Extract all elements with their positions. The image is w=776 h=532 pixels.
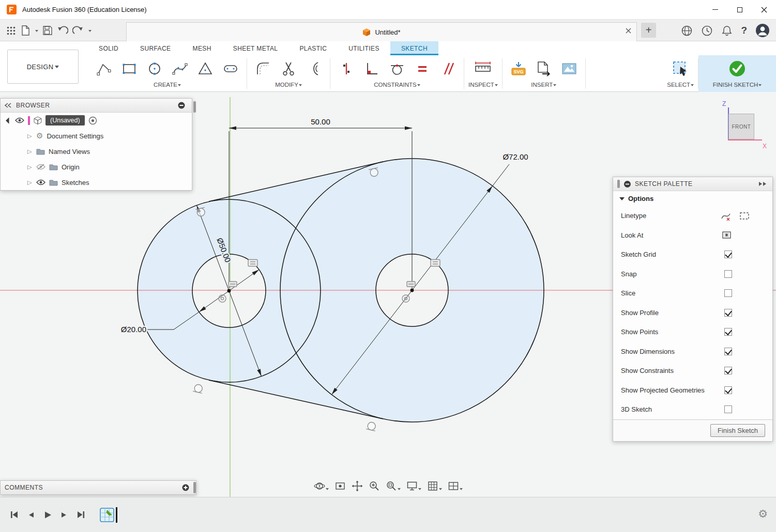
tab-utilities[interactable]: UTILITIES xyxy=(338,41,390,55)
dim-d72-label[interactable]: Ø72.00 xyxy=(503,152,528,161)
show-profile-checkbox[interactable] xyxy=(724,309,732,317)
look-at-icon[interactable] xyxy=(334,480,346,492)
modify-dropdown[interactable]: MODIFY xyxy=(275,82,302,88)
browser-item-document-settings[interactable]: ▷ ⚙ Document Settings xyxy=(1,128,192,144)
constraint-perpendicular-icon[interactable] xyxy=(360,57,384,81)
pan-icon[interactable] xyxy=(352,480,363,492)
user-avatar[interactable] xyxy=(755,23,770,38)
linetype-construction-icon[interactable] xyxy=(721,211,731,221)
viewcube-front-face[interactable]: FRONT xyxy=(728,114,754,139)
viewports-caret-icon[interactable] xyxy=(460,488,463,492)
browser-root-row[interactable]: (Unsaved) xyxy=(1,113,192,128)
create-circle-icon[interactable] xyxy=(143,57,166,81)
help-icon[interactable]: ? xyxy=(741,25,747,36)
palette-collapse-icon[interactable] xyxy=(759,182,768,186)
constraint-equal-icon[interactable] xyxy=(410,57,434,81)
zoom-icon[interactable] xyxy=(369,480,380,492)
3d-sketch-checkbox[interactable] xyxy=(724,405,732,413)
timeline-step-forward-icon[interactable] xyxy=(60,511,68,519)
finish-sketch-button[interactable]: Finish Sketch xyxy=(710,424,765,437)
show-dimensions-checkbox[interactable] xyxy=(724,348,732,355)
timeline-settings-gear-icon[interactable]: ⚙ xyxy=(758,508,768,520)
close-button[interactable] xyxy=(752,0,776,19)
browser-item-sketches[interactable]: ▷ Sketches xyxy=(1,175,192,190)
redo-caret-icon[interactable] xyxy=(88,30,92,34)
browser-scrollbar[interactable] xyxy=(193,101,196,113)
grid-snaps-icon[interactable] xyxy=(427,480,438,492)
show-points-checkbox[interactable] xyxy=(724,328,732,336)
document-tab[interactable]: Untitled* xyxy=(126,22,637,41)
create-spline-icon[interactable] xyxy=(168,57,192,81)
file-menu-icon[interactable] xyxy=(20,25,31,36)
insert-mesh-icon[interactable] xyxy=(532,57,556,81)
save-icon[interactable] xyxy=(42,25,53,36)
right-center-point[interactable] xyxy=(410,289,414,292)
visibility-off-eye-icon[interactable] xyxy=(36,164,45,170)
palette-grip[interactable] xyxy=(617,180,620,188)
timeline-step-back-icon[interactable] xyxy=(27,511,35,519)
display-caret-icon[interactable] xyxy=(418,488,421,492)
insert-svg-icon[interactable]: SVG xyxy=(507,57,530,81)
dim-d20-label[interactable]: Ø20.00 xyxy=(121,325,146,334)
constraints-dropdown[interactable]: CONSTRAINTS xyxy=(374,82,420,88)
maximize-button[interactable] xyxy=(727,0,752,19)
sketch-grid-checkbox[interactable] xyxy=(724,251,732,258)
constraint-parallel-icon[interactable] xyxy=(436,57,460,81)
create-rectangle-icon[interactable] xyxy=(117,57,141,81)
grid-caret-icon[interactable] xyxy=(439,488,442,492)
fit-icon[interactable] xyxy=(386,480,397,492)
modify-trim-icon[interactable] xyxy=(277,57,300,81)
insert-canvas-icon[interactable] xyxy=(557,57,581,81)
app-grid-menu-icon[interactable] xyxy=(6,26,16,36)
select-dropdown[interactable]: SELECT xyxy=(667,82,694,88)
linetype-centerline-icon[interactable] xyxy=(739,211,750,221)
visibility-eye-icon[interactable] xyxy=(36,179,45,185)
slice-checkbox[interactable] xyxy=(724,289,732,297)
browser-display-mode-icon[interactable] xyxy=(177,101,186,109)
left-center-point[interactable] xyxy=(227,289,231,293)
create-line-icon[interactable] xyxy=(92,57,116,81)
add-comment-icon[interactable] xyxy=(181,483,190,492)
expand-caret-icon[interactable]: ▷ xyxy=(27,164,33,170)
inspect-measure-icon[interactable] xyxy=(471,57,495,81)
notifications-bell-icon[interactable] xyxy=(721,25,733,37)
timeline-go-to-start-icon[interactable] xyxy=(9,510,19,520)
activate-radio-icon[interactable] xyxy=(88,116,97,125)
timeline-play-icon[interactable] xyxy=(43,510,52,520)
expand-caret-icon[interactable]: ▷ xyxy=(27,133,33,139)
create-polygon-icon[interactable] xyxy=(193,57,217,81)
browser-collapse-icon[interactable] xyxy=(5,103,12,108)
visibility-eye-icon[interactable] xyxy=(15,117,24,123)
select-icon[interactable] xyxy=(668,57,692,81)
extensions-globe-icon[interactable] xyxy=(681,25,693,37)
tab-surface[interactable]: SURFACE xyxy=(129,41,181,55)
file-menu-caret-icon[interactable] xyxy=(35,30,38,34)
browser-item-named-views[interactable]: ▷ Named Views xyxy=(1,144,192,159)
expand-caret-icon[interactable]: ▷ xyxy=(27,148,33,155)
finish-sketch-icon[interactable] xyxy=(725,57,749,81)
look-at-plane-icon[interactable] xyxy=(722,230,732,240)
show-constraints-checkbox[interactable] xyxy=(724,367,732,374)
create-slot-icon[interactable] xyxy=(219,57,242,81)
browser-item-origin[interactable]: ▷ Origin xyxy=(1,159,192,175)
constraint-tangent-icon[interactable] xyxy=(385,57,409,81)
workspace-switcher-design[interactable]: DESIGN xyxy=(7,50,79,84)
tab-solid[interactable]: SOLID xyxy=(88,41,129,55)
expand-caret-icon[interactable]: ▷ xyxy=(27,179,33,186)
model-canvas[interactable]: 50.00 Ø72.00 Ø50.00 Ø20.00 BROW xyxy=(0,92,776,497)
orbit-caret-icon[interactable] xyxy=(326,488,329,492)
undo-icon[interactable] xyxy=(57,25,68,36)
job-status-clock-icon[interactable] xyxy=(701,25,713,37)
dim-distance-label[interactable]: 50.00 xyxy=(311,117,330,126)
view-cube[interactable]: Z FRONT X xyxy=(719,99,767,151)
insert-dropdown[interactable]: INSERT xyxy=(531,82,556,88)
new-tab-button[interactable]: + xyxy=(641,23,656,38)
display-settings-icon[interactable] xyxy=(406,480,418,492)
viewports-icon[interactable] xyxy=(448,480,459,492)
tab-sheet-metal[interactable]: SHEET METAL xyxy=(222,41,289,55)
options-section-header[interactable]: Options xyxy=(613,191,772,206)
comments-scrollbar[interactable] xyxy=(193,482,196,493)
document-name-badge[interactable]: (Unsaved) xyxy=(45,115,85,126)
orbit-icon[interactable] xyxy=(314,480,325,492)
create-dropdown[interactable]: CREATE xyxy=(154,82,181,88)
